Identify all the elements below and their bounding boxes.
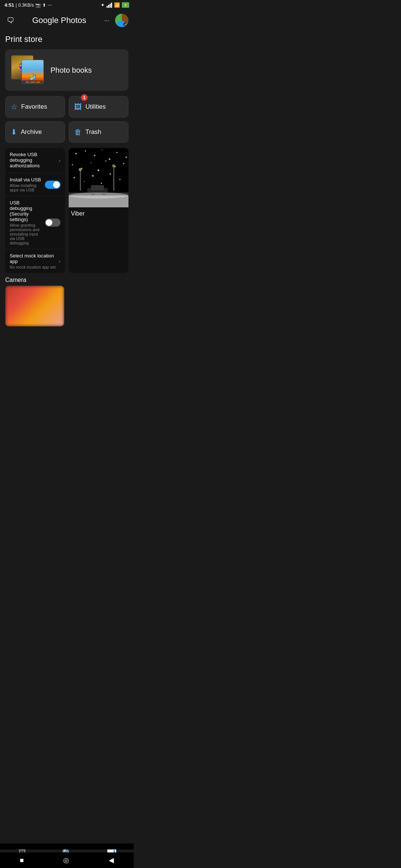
svg-point-9 (72, 164, 73, 165)
wifi-icon: 📶 (114, 2, 120, 8)
svg-point-5 (102, 149, 102, 150)
status-network: 0.3KB/s (18, 3, 34, 8)
camera-label: Camera (5, 277, 128, 286)
section-title: Print store (5, 34, 128, 44)
trash-label: Trash (85, 128, 101, 136)
svg-point-2 (75, 153, 77, 154)
mock-location-subtitle: No mock location app set (10, 265, 59, 269)
usb-debug-subtitle: Allow granting permissions and simulatin… (10, 223, 42, 245)
thumb-label: Joe, Josh, and James (22, 80, 43, 84)
svg-point-8 (125, 157, 127, 158)
more-icon: ⋯ (48, 3, 52, 8)
mock-location-arrow-icon: › (59, 258, 61, 264)
utilities-label: Utilities (85, 103, 106, 111)
app-title-google: Google (32, 16, 59, 25)
album-grid: Revoke USB debugging authorizations › In… (5, 148, 128, 273)
viber-label: Viber (69, 207, 128, 219)
camera-blurred-photo (5, 286, 64, 326)
svg-point-23 (79, 168, 82, 171)
photo-books-thumbnails: 👫 🏄 Joe, Josh, and James (11, 55, 45, 85)
archive-button[interactable]: ⬇ Archive (5, 121, 65, 143)
snow-scene (69, 148, 128, 207)
mock-location-title: Select mock location app (10, 253, 59, 264)
camera-section: Camera (5, 277, 128, 326)
svg-point-21 (120, 179, 121, 180)
print-store-card[interactable]: 👫 🏄 Joe, Josh, and James Photo books (5, 49, 128, 91)
settings-row-revoke[interactable]: Revoke USB debugging authorizations › (5, 148, 65, 173)
settings-row-install-usb[interactable]: Install via USB Allow installing apps vi… (5, 173, 65, 196)
svg-point-18 (92, 175, 94, 177)
install-usb-toggle[interactable] (45, 181, 61, 189)
signal-bars (107, 3, 112, 8)
svg-point-6 (109, 158, 111, 160)
install-usb-subtitle: Allow installing apps via USB (10, 183, 42, 192)
app-bar: 🗨 Google Photos ⋯ 🔗 (0, 10, 134, 31)
svg-point-7 (117, 152, 118, 153)
bluetooth-icon: ✦ (101, 2, 105, 8)
svg-rect-22 (80, 170, 81, 191)
utilities-button[interactable]: 🖼 1 Utilities (69, 96, 128, 118)
trash-icon: 🗑 (74, 128, 82, 137)
settings-panel[interactable]: Revoke USB debugging authorizations › In… (5, 148, 65, 273)
photo-thumb-2: 🏄 Joe, Josh, and James (22, 60, 44, 84)
svg-point-16 (74, 177, 75, 178)
chat-icon: 🗨 (7, 16, 14, 24)
battery-icon: ⚡ (122, 2, 129, 8)
favorites-label: Favorites (21, 103, 47, 111)
avatar-overlay-icon: 🔗 (123, 22, 128, 27)
revoke-arrow-icon: › (59, 158, 61, 164)
svg-point-15 (123, 163, 124, 164)
svg-point-4 (94, 155, 95, 156)
photo-books-label: Photo books (50, 66, 92, 75)
revoke-usb-title: Revoke USB debugging authorizations (10, 152, 59, 168)
svg-point-25 (112, 164, 115, 167)
svg-rect-24 (113, 167, 114, 191)
install-usb-title: Install via USB (10, 177, 42, 183)
more-menu-button[interactable]: ⋯ (103, 16, 111, 25)
usb-debug-toggle[interactable] (45, 218, 61, 227)
svg-point-31 (69, 193, 128, 198)
settings-row-mock-location[interactable]: Select mock location app No mock locatio… (5, 249, 65, 273)
app-title-photos: Photos (61, 16, 87, 25)
app-title: Google Photos (32, 16, 87, 25)
svg-point-11 (91, 162, 91, 163)
camera-album[interactable] (5, 286, 64, 326)
archive-label: Archive (21, 128, 42, 136)
status-bar: 4:51 | 0.3KB/s 📷 ⬆ ⋯ ✦ 📶 ⚡ (0, 0, 134, 10)
main-content: Print store 👫 🏄 Joe, Josh, and James Pho… (0, 31, 134, 378)
utilities-badge: 1 (81, 94, 88, 101)
svg-rect-27 (91, 185, 104, 190)
svg-point-13 (105, 161, 107, 162)
viber-album[interactable]: Viber (69, 148, 128, 273)
more-dots-icon: ⋯ (104, 18, 109, 23)
upload-icon: ⬆ (42, 3, 46, 8)
status-time: 4:51 (4, 2, 14, 8)
favorites-button[interactable]: ☆ Favorites (5, 96, 65, 118)
trash-button[interactable]: 🗑 Trash (69, 121, 128, 143)
svg-point-17 (84, 181, 85, 182)
settings-row-usb-debug[interactable]: USB debugging (Security settings) Allow … (5, 196, 65, 249)
status-separator: | (16, 3, 17, 8)
utilities-icon: 🖼 (74, 103, 82, 111)
chat-button[interactable]: 🗨 (5, 15, 16, 26)
screenshot-icon: 📷 (35, 3, 41, 8)
app-bar-actions: ⋯ 🔗 (103, 14, 128, 27)
toggle-thumb (53, 181, 60, 188)
svg-point-3 (85, 151, 86, 152)
star-icon: ☆ (11, 102, 17, 111)
avatar[interactable]: 🔗 (115, 14, 128, 27)
grid-buttons: ☆ Favorites 🖼 1 Utilities ⬇ Archive 🗑 Tr… (5, 96, 128, 143)
usb-debug-title: USB debugging (Security settings) (10, 200, 42, 222)
snow-svg (69, 148, 128, 207)
archive-icon: ⬇ (11, 128, 17, 137)
toggle-thumb-off (46, 219, 52, 226)
svg-point-19 (101, 183, 102, 184)
svg-point-12 (98, 170, 100, 171)
svg-point-20 (110, 173, 111, 175)
